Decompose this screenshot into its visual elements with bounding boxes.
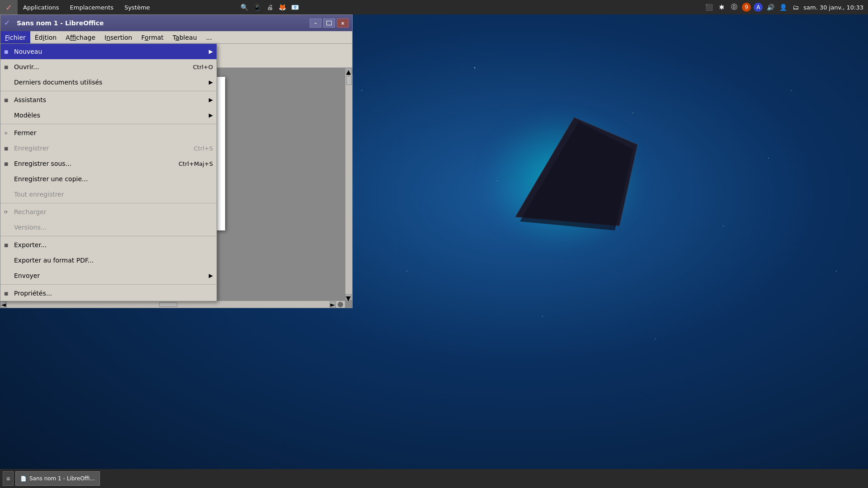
proprietes-icon: ■ [4,291,8,296]
phone-icon[interactable]: 📱 [252,2,262,12]
menu-proprietes[interactable]: ■ Propriétés... [0,286,217,301]
taskbar-bottom: 🖥 📄 Sans nom 1 - LibreOffi... [0,469,868,488]
envoyer-arrow: ▶ [209,272,213,279]
separator-1 [0,91,217,91]
menu-fermer[interactable]: × Fermer [0,125,217,141]
scrollbar-horizontal[interactable]: ◄ ► [0,300,345,308]
menu-recharger[interactable]: ⟳ Recharger [0,204,217,220]
applications-menu[interactable]: Applications [18,0,64,14]
ouvrir-icon: ■ [4,65,8,70]
nouveau-icon: ■ [4,49,8,54]
file-menu-dropdown: ■ Nouveau ▶ ■ Ouvrir... Ctrl+O Derniers … [0,43,217,301]
menu-format[interactable]: Format [137,31,168,44]
datetime-display: sam. 30 janv., 10:33 [803,4,863,11]
menu-exporter[interactable]: ■ Exporter... [0,237,217,253]
scrollbar-vertical[interactable]: ▲ ▼ [345,68,352,300]
menu-versions[interactable]: Versions... [0,220,217,235]
gnome-menu-button[interactable]: ✓ [0,0,18,14]
menu-fichier[interactable]: Fichier [0,31,30,44]
assistants-arrow: ▶ [209,97,213,103]
taskbar-libreoffice-item[interactable]: 📄 Sans nom 1 - LibreOffi... [15,471,100,486]
user-icon[interactable]: 👤 [778,2,788,12]
minimize-button[interactable]: – [310,19,321,28]
scroll-right-btn[interactable]: ► [330,301,336,308]
show-desktop-button[interactable]: 🖥 [3,471,14,486]
a-icon[interactable]: A [754,3,763,12]
menu-bar: Fichier Édition Affichage Insertion Form… [0,31,352,44]
system-tray: 🔍 📱 🖨 🦊 📧 [156,2,305,12]
fermer-icon: × [4,131,8,136]
window-titlebar: ✓ Sans nom 1 - LibreOffice – × [0,15,352,31]
search-icon[interactable]: 🔍 [240,2,250,12]
ouvrir-shortcut: Ctrl+O [193,64,213,70]
separator-4 [0,236,217,236]
browser-icon[interactable]: 🦊 [278,2,288,12]
menu-tableau[interactable]: Tableau [168,31,202,44]
menu-envoyer[interactable]: Envoyer ▶ [0,268,217,283]
enregistrer-sous-shortcut: Ctrl+Maj+S [179,160,213,167]
exporter-icon: ■ [4,243,8,248]
scroll-h-thumb[interactable] [159,302,177,307]
power-icon[interactable]: ⓪ [729,2,739,12]
menu-more[interactable]: ... [202,31,217,44]
scrollbar-thumb[interactable] [346,76,352,85]
menu-ouvrir[interactable]: ■ Ouvrir... Ctrl+O [0,59,217,75]
assistants-icon: ■ [4,98,8,103]
bluetooth-icon[interactable]: ✱ [717,2,726,12]
print-icon[interactable]: 🖨 [265,2,275,12]
menu-assistants[interactable]: ■ Assistants ▶ [0,92,217,108]
menu-enregistrer-sous[interactable]: ■ Enregistrer sous... Ctrl+Maj+S [0,156,217,171]
close-button[interactable]: × [337,19,349,28]
volume-icon[interactable]: 🔊 [765,2,775,12]
enregistrer-sous-icon: ■ [4,161,8,166]
derniers-docs-arrow: ▶ [209,79,213,85]
menu-derniers-docs[interactable]: Derniers documents utilisés ▶ [0,75,217,90]
menu-enregistrer-copie[interactable]: Enregistrer une copie... [0,171,217,187]
top-app-menu: ✓ Applications Emplacements Système 🔍 📱 … [0,0,305,14]
separator-2 [0,124,217,124]
modeles-arrow: ▶ [209,112,213,118]
app-logo-icon: ✓ [4,19,13,28]
separator-3 [0,203,217,203]
menu-affichage[interactable]: Affichage [61,31,100,44]
menu-insertion[interactable]: Insertion [100,31,137,44]
screen-icon[interactable]: ⬛ [704,2,714,12]
enregistrer-shortcut: Ctrl+S [194,145,213,152]
page-dot-indicator [338,302,343,307]
menu-enregistrer[interactable]: ■ Enregistrer Ctrl+S [0,141,217,156]
menu-modeles[interactable]: Modèles ▶ [0,108,217,123]
window-title: Sans nom 1 - LibreOffice [17,19,306,27]
num9-badge: 9 [742,3,751,12]
nouveau-arrow: ▶ [209,48,213,55]
enregistrer-icon: ■ [4,146,8,151]
maximize-button[interactable] [323,19,335,28]
space-object [493,108,665,235]
menu-tout-enregistrer[interactable]: Tout enregistrer [0,187,217,202]
window-controls: – × [310,19,349,28]
taskbar-top: ✓ Applications Emplacements Système 🔍 📱 … [0,0,868,14]
separator-5 [0,284,217,285]
scroll-left-btn[interactable]: ◄ [0,301,7,308]
menu-nouveau[interactable]: ■ Nouveau ▶ [0,44,217,59]
scrollbar-down-btn[interactable]: ▼ [345,294,352,300]
taskbar-right: ⬛ ✱ ⓪ 9 A 🔊 👤 🗂 sam. 30 janv., 10:33 [704,2,868,12]
mail-icon[interactable]: 📧 [290,2,300,12]
systeme-menu[interactable]: Système [119,0,155,14]
scrollbar-up-btn[interactable]: ▲ [346,68,352,74]
files-icon[interactable]: 🗂 [791,2,801,12]
menu-edition[interactable]: Édition [30,31,61,44]
emplacements-menu[interactable]: Emplacements [65,0,119,14]
recharger-icon: ⟳ [4,210,8,215]
menu-exporter-pdf[interactable]: Exporter au format PDF... [0,253,217,268]
